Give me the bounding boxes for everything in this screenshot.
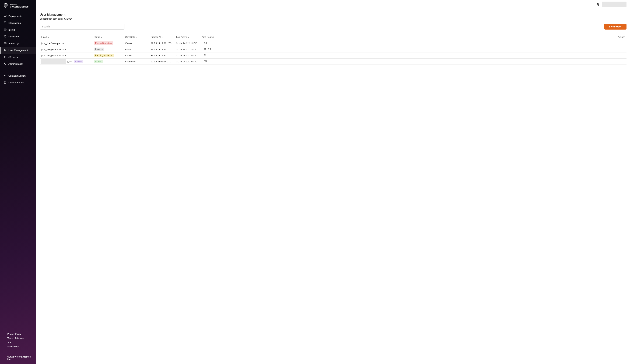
footer-link-sla[interactable]: SLA xyxy=(7,341,33,344)
sidebar-item-label: Notification xyxy=(8,35,20,38)
status-badge: Inactive xyxy=(94,47,104,51)
cell-last-active: 31 Jul 24 12:21 UTC xyxy=(176,42,202,44)
sidebar-item-documentation[interactable]: Documentation xyxy=(0,79,36,86)
row-actions-button[interactable] xyxy=(621,42,625,44)
col-email[interactable]: Email xyxy=(41,36,94,38)
sidebar-divider xyxy=(4,70,33,70)
sidebar-item-contact-support[interactable]: Contact Support xyxy=(0,72,36,79)
col-auth-source: Auth Source xyxy=(202,36,230,38)
sidebar-item-billing[interactable]: Billing xyxy=(0,26,36,33)
puzzle-icon xyxy=(4,21,7,25)
svg-point-26 xyxy=(623,61,623,62)
table-header-row: Email Status User Role xyxy=(40,34,626,40)
cell-auth-source xyxy=(202,47,230,51)
sidebar-item-label: User Management xyxy=(8,49,28,51)
sidebar-item-label: Contact Support xyxy=(8,74,26,77)
mail-icon xyxy=(204,60,207,63)
col-last-active[interactable]: Last Active xyxy=(176,36,202,38)
brand-text: Managed VictoriaMetrics xyxy=(10,3,28,8)
table-row: jone_roe@example.comPending invitationAd… xyxy=(40,52,626,58)
cell-actions xyxy=(620,60,625,63)
row-actions-button[interactable] xyxy=(621,60,625,63)
svg-point-7 xyxy=(4,63,5,64)
sidebar-item-notification[interactable]: Notification xyxy=(0,33,36,40)
status-badge: Pending invitation xyxy=(94,54,114,57)
svg-point-27 xyxy=(623,62,623,63)
sidebar-item-audit-logs[interactable]: Audit Logs xyxy=(0,40,36,47)
mail-icon xyxy=(208,47,211,51)
key-icon xyxy=(4,55,7,59)
brand-logo[interactable]: Managed VictoriaMetrics xyxy=(0,0,36,13)
cell-created: 31 Jul 24 12:21 UTC xyxy=(151,48,176,51)
col-actions: Actions xyxy=(620,36,625,38)
svg-point-16 xyxy=(623,44,623,44)
sidebar-item-label: Audit Logs xyxy=(8,42,20,45)
search-input[interactable] xyxy=(40,23,124,29)
sidebar-item-label: Documentation xyxy=(8,81,24,84)
row-actions-button[interactable] xyxy=(621,48,625,51)
col-status[interactable]: Status xyxy=(94,36,125,38)
book-icon xyxy=(4,81,7,84)
bell-icon xyxy=(4,35,7,38)
sidebar-item-label: Integrations xyxy=(8,22,21,24)
cell-status: Active xyxy=(94,60,125,63)
svg-point-19 xyxy=(623,49,623,49)
sidebar-footer-links: Privacy PolicyTerms of ServiceSLAStatus … xyxy=(0,333,36,352)
sidebar-item-label: API keys xyxy=(8,56,18,58)
svg-rect-10 xyxy=(4,81,6,83)
status-badge: Active xyxy=(94,60,103,63)
brand-icon xyxy=(3,3,8,8)
cell-role: Viewer xyxy=(125,42,151,44)
cell-role: Superuser xyxy=(125,60,151,63)
cell-status: Expired invitation xyxy=(94,41,125,45)
svg-point-9 xyxy=(4,75,6,76)
row-actions-button[interactable] xyxy=(621,54,625,57)
footer-link-privacy[interactable]: Privacy Policy xyxy=(7,333,33,335)
sort-icon xyxy=(188,36,189,38)
footer-link-status[interactable]: Status Page xyxy=(7,346,33,348)
sidebar: Managed VictoriaMetrics DeploymentsInteg… xyxy=(0,0,36,364)
svg-point-22 xyxy=(623,55,623,56)
col-role[interactable]: User Role xyxy=(125,36,151,38)
google-icon xyxy=(204,48,206,51)
cell-auth-source xyxy=(202,41,230,45)
award-icon[interactable] xyxy=(596,2,600,6)
status-badge: Expired invitation xyxy=(94,41,114,45)
sidebar-item-label: Billing xyxy=(8,28,15,31)
page-title: User Management xyxy=(40,13,626,16)
monitor-icon xyxy=(4,14,7,18)
page-subtitle: Subscription start date: Jul 2024 xyxy=(40,17,626,20)
cell-created: 31 Jul 24 12:22 UTC xyxy=(151,54,176,57)
cell-email: john_roe@example.com xyxy=(41,48,94,51)
svg-point-23 xyxy=(623,56,623,57)
cell-actions xyxy=(620,54,625,57)
footer-link-tos[interactable]: Terms of Service xyxy=(7,337,33,340)
svg-point-20 xyxy=(623,50,623,50)
cc-icon xyxy=(4,42,7,45)
sidebar-item-integrations[interactable]: Integrations xyxy=(0,19,36,26)
cell-status: Pending invitation xyxy=(94,54,125,57)
cell-auth-source xyxy=(202,60,230,63)
svg-point-6 xyxy=(4,57,5,58)
user-gear-icon xyxy=(4,48,7,52)
card-icon xyxy=(4,28,7,32)
sort-icon xyxy=(162,36,164,38)
invite-user-button[interactable]: Invite User xyxy=(604,23,626,29)
svg-point-25 xyxy=(623,60,623,61)
sidebar-item-api-keys[interactable]: API keys xyxy=(0,54,36,60)
sidebar-item-label: Administration xyxy=(8,63,24,65)
svg-point-11 xyxy=(597,2,599,4)
cell-email: (you)Owner xyxy=(41,59,94,64)
table-row: john_doe@eample.comExpired invitationVie… xyxy=(40,40,626,46)
sidebar-item-deployments[interactable]: Deployments xyxy=(0,13,36,19)
sort-icon xyxy=(136,36,138,38)
cell-email: john_doe@eample.com xyxy=(41,42,94,44)
user-email: john_roe@example.com xyxy=(41,48,66,51)
owner-badge: Owner xyxy=(74,60,84,63)
you-label: (you) xyxy=(67,60,72,63)
col-created[interactable]: Created At xyxy=(151,36,176,38)
sidebar-item-user-management[interactable]: User Management xyxy=(0,47,36,54)
account-menu[interactable] xyxy=(602,1,626,7)
sidebar-item-administration[interactable]: Administration xyxy=(0,60,36,67)
topbar xyxy=(36,0,630,8)
